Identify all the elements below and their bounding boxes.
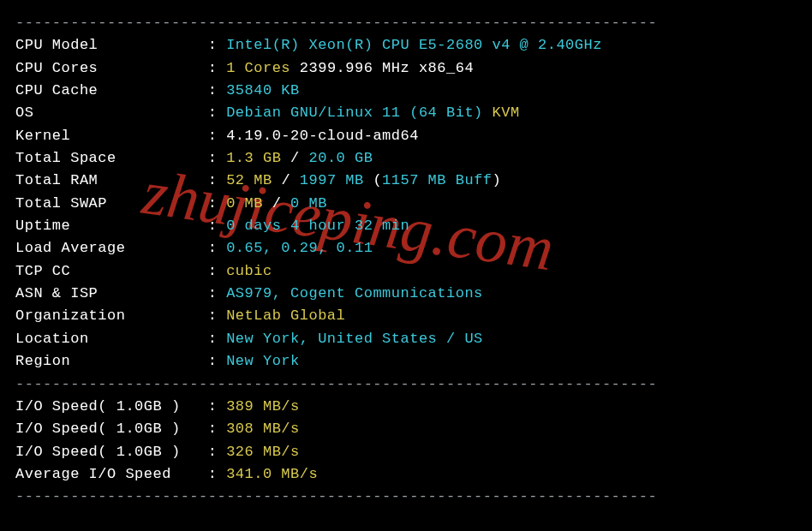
- info-label: ASN & ISP: [15, 285, 208, 301]
- info-label: OS: [15, 104, 208, 121]
- colon-separator: :: [208, 331, 226, 347]
- colon-separator: :: [208, 444, 226, 460]
- colon-separator: :: [208, 195, 226, 212]
- info-label: Region: [15, 353, 208, 369]
- colon-separator: :: [208, 172, 226, 188]
- io-label: I/O Speed( 1.0GB ): [15, 444, 208, 460]
- colon-separator: :: [208, 104, 226, 121]
- info-row: Kernel : 4.19.0-20-cloud-amd64: [15, 125, 797, 147]
- io-label: I/O Speed( 1.0GB ): [15, 398, 208, 415]
- info-value-segment: Intel(R) Xeon(R) CPU E5-2680 v4 @ 2.40GH…: [226, 37, 602, 53]
- colon-separator: :: [208, 128, 226, 144]
- info-label: Kernel: [15, 128, 208, 144]
- info-row: Uptime : 0 days 4 hour 32 min: [15, 215, 797, 237]
- info-value-segment: 20.0 GB: [308, 150, 373, 166]
- info-row: OS : Debian GNU/Linux 11 (64 Bit) KVM: [15, 102, 797, 124]
- info-row: CPU Cores : 1 Cores 2399.996 MHz x86_64: [15, 57, 797, 80]
- info-value-segment: 0 MB: [290, 195, 327, 212]
- info-value-segment: 2399.996 MHz x86_64: [300, 60, 474, 76]
- io-value: 389 MB/s: [226, 398, 300, 415]
- colon-separator: :: [208, 285, 226, 301]
- info-value-segment: KVM: [493, 104, 520, 121]
- info-value-segment: 4.19.0-20-cloud-amd64: [226, 128, 419, 144]
- colon-separator: :: [208, 150, 226, 166]
- info-value-segment: (: [373, 172, 382, 188]
- info-value-segment: 1157 MB Buff: [382, 172, 492, 188]
- info-label: Total Space: [15, 150, 208, 166]
- info-label: Load Average: [15, 240, 208, 256]
- io-row: I/O Speed( 1.0GB ) : 326 MB/s: [15, 441, 797, 463]
- info-label: Location: [15, 331, 208, 347]
- info-row: CPU Model : Intel(R) Xeon(R) CPU E5-2680…: [15, 34, 797, 57]
- info-value-segment: /: [290, 150, 308, 166]
- divider-top: ----------------------------------------…: [15, 12, 797, 34]
- colon-separator: :: [208, 398, 226, 415]
- info-value-segment: NetLab Global: [226, 307, 345, 324]
- colon-separator: :: [208, 353, 226, 369]
- colon-separator: :: [208, 263, 226, 279]
- info-row: Total SWAP : 0 MB / 0 MB: [15, 193, 797, 215]
- info-label: Total SWAP: [15, 195, 208, 212]
- colon-separator: :: [208, 37, 226, 53]
- info-value-segment: New York: [226, 353, 300, 369]
- io-label: Average I/O Speed: [15, 466, 208, 482]
- info-value-segment: /: [281, 172, 299, 188]
- info-value-segment: Debian GNU/Linux 11 (64 Bit): [226, 104, 492, 121]
- info-row: Location : New York, United States / US: [15, 328, 797, 350]
- info-value-segment: 0.65, 0.29, 0.11: [226, 240, 373, 256]
- info-label: TCP CC: [15, 263, 208, 279]
- info-label: CPU Cache: [15, 82, 208, 98]
- info-value-segment: cubic: [226, 263, 272, 279]
- colon-separator: :: [208, 218, 226, 234]
- colon-separator: :: [208, 421, 226, 437]
- io-value: 308 MB/s: [226, 421, 300, 437]
- info-value-segment: 0 days 4 hour 32 min: [226, 218, 409, 234]
- io-label: I/O Speed( 1.0GB ): [15, 421, 208, 437]
- info-label: CPU Cores: [15, 60, 208, 76]
- info-row: ASN & ISP : AS979, Cogent Communications: [15, 283, 797, 305]
- io-row: Average I/O Speed : 341.0 MB/s: [15, 463, 797, 486]
- info-value-segment: AS979, Cogent Communications: [226, 285, 483, 301]
- divider-bottom: ----------------------------------------…: [15, 486, 797, 508]
- info-value-segment: 0 MB: [226, 195, 272, 212]
- info-row: CPU Cache : 35840 KB: [15, 80, 797, 102]
- io-row: I/O Speed( 1.0GB ) : 308 MB/s: [15, 418, 797, 440]
- colon-separator: :: [208, 82, 226, 98]
- terminal-output: ----------------------------------------…: [15, 12, 797, 509]
- colon-separator: :: [208, 60, 226, 76]
- colon-separator: :: [208, 307, 226, 324]
- colon-separator: :: [208, 466, 226, 482]
- info-row: Organization : NetLab Global: [15, 305, 797, 327]
- info-label: Organization: [15, 307, 208, 324]
- info-value-segment: 35840 KB: [226, 82, 300, 98]
- io-value: 341.0 MB/s: [226, 466, 318, 482]
- info-row: Total RAM : 52 MB / 1997 MB (1157 MB Buf…: [15, 170, 797, 192]
- info-value-segment: /: [272, 195, 290, 212]
- info-value-segment: ): [493, 172, 502, 188]
- info-value-segment: 1.3 GB: [226, 150, 290, 166]
- info-row: Region : New York: [15, 350, 797, 373]
- info-value-segment: 52 MB: [226, 172, 281, 188]
- info-value-segment: New York, United States / US: [226, 331, 483, 347]
- info-row: Total Space : 1.3 GB / 20.0 GB: [15, 147, 797, 170]
- info-label: CPU Model: [15, 37, 208, 53]
- info-label: Total RAM: [15, 172, 208, 188]
- info-label: Uptime: [15, 218, 208, 234]
- colon-separator: :: [208, 240, 226, 256]
- info-row: Load Average : 0.65, 0.29, 0.11: [15, 237, 797, 260]
- info-value-segment: 1997 MB: [300, 172, 373, 188]
- info-row: TCP CC : cubic: [15, 260, 797, 283]
- divider-mid: ----------------------------------------…: [15, 373, 797, 396]
- io-row: I/O Speed( 1.0GB ) : 389 MB/s: [15, 396, 797, 418]
- info-value-segment: 1 Cores: [226, 60, 300, 76]
- io-value: 326 MB/s: [226, 444, 300, 460]
